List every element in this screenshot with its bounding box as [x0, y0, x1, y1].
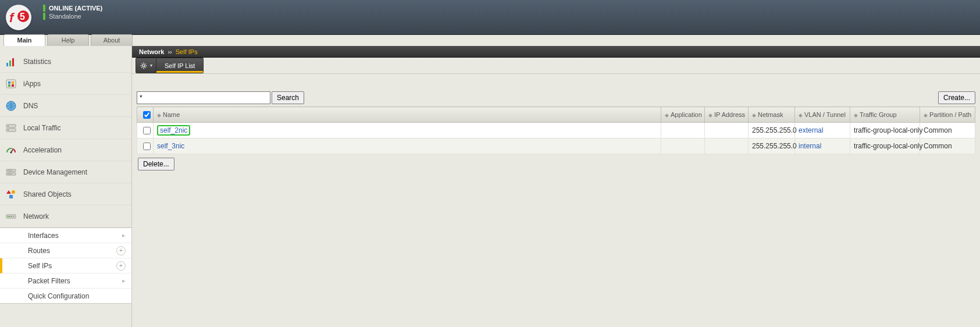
sidebar-item-network[interactable]: Network [0, 205, 131, 228]
svg-rect-5 [12, 58, 14, 66]
col-header-traffic-group[interactable]: ◆Traffic Group [850, 107, 920, 123]
sidebar-subitem-self-ips[interactable]: Self IPs + [0, 258, 131, 273]
svg-rect-6 [6, 80, 16, 88]
vlan-link[interactable]: external [799, 126, 824, 134]
svg-point-30 [142, 65, 145, 67]
svg-rect-29 [13, 216, 14, 217]
sort-icon: ◆ [799, 112, 803, 118]
svg-point-14 [8, 125, 9, 126]
breadcrumb-current: Self IPs [176, 48, 198, 55]
top-tab-bar: Main Help About [0, 35, 980, 46]
svg-rect-9 [8, 84, 10, 87]
col-header-application[interactable]: ◆Application [661, 107, 705, 123]
create-button[interactable]: Create... [938, 91, 975, 104]
cell-ip [705, 138, 749, 154]
cell-application [661, 138, 705, 154]
status-indicator-icon [43, 13, 45, 20]
cell-ip [705, 123, 749, 138]
sort-icon: ◆ [752, 112, 756, 118]
sidebar-item-device-management[interactable]: Device Management [0, 161, 131, 183]
table-row: self_3nic255.255.255.0internaltraffic-gr… [137, 138, 975, 154]
app-header: f 5 ONLINE (ACTIVE) Standalone [0, 0, 980, 35]
col-header-vlan-tunnel[interactable]: ◆VLAN / Tunnel [795, 107, 850, 123]
sidebar-subitem-label: Quick Configuration [28, 292, 89, 300]
svg-rect-26 [8, 216, 9, 217]
self-ip-link[interactable]: self_2nic [157, 125, 190, 136]
col-header-partition-path[interactable]: ◆Partition / Path [920, 107, 975, 123]
svg-rect-7 [8, 81, 10, 84]
apps-icon [5, 77, 17, 90]
svg-rect-24 [9, 195, 13, 198]
sidebar-item-acceleration[interactable]: Acceleration [0, 139, 131, 161]
settings-dropdown[interactable]: ▾ [136, 58, 156, 73]
status-indicator-icon [43, 5, 45, 12]
plus-icon[interactable]: + [116, 246, 126, 255]
col-header-name[interactable]: ◆Name [154, 107, 661, 123]
plus-icon[interactable]: + [116, 261, 126, 271]
self-ip-table: ◆Name ◆Application ◆IP Address ◆Netmask … [137, 106, 975, 154]
network-icon [5, 210, 17, 223]
svg-text:f: f [9, 10, 15, 25]
content-body: Search Create... ◆Name ◆Application ◆IP … [132, 74, 980, 327]
content: Network ›› Self IPs ▾ Self IP List [132, 46, 980, 327]
tab-about[interactable]: About [91, 34, 133, 46]
sidebar-subitem-label: Interfaces [28, 232, 59, 240]
tab-main[interactable]: Main [3, 34, 45, 46]
svg-marker-22 [6, 190, 11, 194]
sidebar-subitem-label: Self IPs [28, 262, 52, 270]
cell-traffic_group: traffic-group-local-only [850, 138, 920, 154]
search-button[interactable]: Search [272, 91, 304, 104]
self-ip-link[interactable]: self_3nic [157, 142, 184, 150]
cell-vlan: internal [795, 138, 850, 154]
sidebar: Statistics iApps DNS Local Traffic Accel [0, 46, 132, 327]
chevron-down-icon: ▾ [150, 63, 152, 68]
breadcrumb-root[interactable]: Network [139, 48, 164, 55]
sidebar-item-shared-objects[interactable]: Shared Objects [0, 183, 131, 205]
sidebar-sublist-network: Interfaces ▸ Routes + Self IPs + Packet … [0, 228, 131, 304]
sidebar-item-statistics[interactable]: Statistics [0, 51, 131, 73]
sidebar-subitem-interfaces[interactable]: Interfaces ▸ [0, 228, 131, 243]
select-all-checkbox[interactable] [143, 111, 151, 119]
svg-rect-28 [11, 216, 12, 217]
sidebar-item-iapps[interactable]: iApps [0, 73, 131, 95]
svg-line-35 [141, 63, 142, 64]
chart-icon [5, 55, 17, 68]
sub-nav: ▾ Self IP List [132, 58, 980, 74]
status-text: ONLINE (ACTIVE) [49, 5, 102, 12]
svg-rect-4 [9, 61, 11, 66]
svg-point-23 [12, 190, 15, 194]
col-header-netmask[interactable]: ◆Netmask [749, 107, 795, 123]
cell-partition: Common [920, 138, 975, 154]
svg-line-37 [145, 63, 145, 64]
subtab-self-ip-list[interactable]: Self IP List [156, 58, 204, 73]
gauge-icon [5, 144, 17, 157]
vlan-link[interactable]: internal [799, 142, 821, 150]
chevron-right-icon: ›› [168, 48, 172, 55]
sidebar-item-local-traffic[interactable]: Local Traffic [0, 117, 131, 139]
sidebar-subitem-quick-config[interactable]: Quick Configuration [0, 289, 131, 303]
row-checkbox[interactable] [143, 127, 151, 134]
cell-vlan: external [795, 123, 850, 138]
svg-rect-27 [9, 216, 10, 217]
chevron-right-icon: ▸ [122, 277, 126, 285]
sidebar-item-label: Statistics [23, 58, 51, 66]
delete-button[interactable]: Delete... [138, 158, 174, 170]
device-icon [5, 166, 17, 179]
tab-help[interactable]: Help [47, 34, 89, 46]
sidebar-item-dns[interactable]: DNS [0, 95, 131, 117]
main-area: Statistics iApps DNS Local Traffic Accel [0, 46, 980, 327]
sidebar-item-label: Device Management [23, 168, 87, 176]
svg-point-15 [8, 129, 9, 130]
sidebar-item-label: Shared Objects [23, 190, 72, 198]
sidebar-subitem-routes[interactable]: Routes + [0, 243, 131, 258]
gear-icon [140, 62, 147, 69]
row-checkbox[interactable] [143, 143, 151, 150]
brand-logo: f 5 [6, 5, 31, 30]
search-input[interactable] [137, 91, 270, 104]
globe-icon [5, 99, 17, 112]
col-header-ip-address[interactable]: ◆IP Address [705, 107, 749, 123]
cell-traffic_group: traffic-group-local-only [850, 123, 920, 138]
chevron-right-icon: ▸ [122, 232, 126, 239]
sidebar-subitem-packet-filters[interactable]: Packet Filters ▸ [0, 273, 131, 289]
cell-partition: Common [920, 123, 975, 138]
